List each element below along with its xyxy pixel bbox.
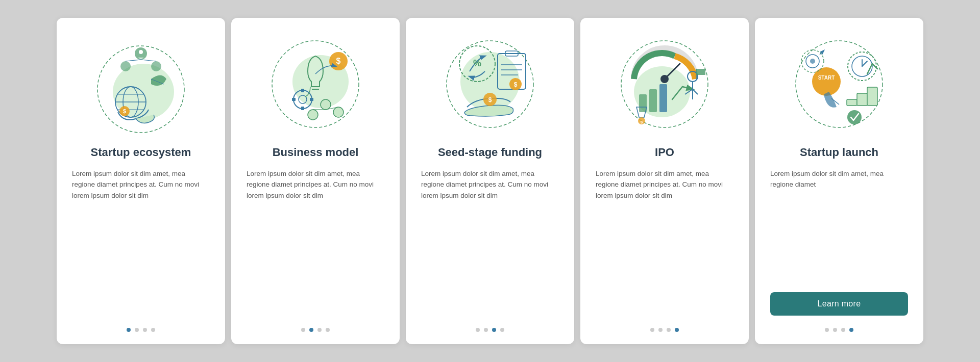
card-body-startup-ecosystem: Lorem ipsum dolor sit dim amet, mea regi… — [72, 168, 210, 318]
illustration-ipo: $ — [614, 33, 716, 135]
card-startup-launch: START — [755, 18, 923, 344]
card-body-business-model: Lorem ipsum dolor sit dim amet, mea regi… — [247, 168, 384, 318]
card-title-startup-ecosystem: Startup ecosystem — [91, 145, 191, 160]
svg-text:START: START — [818, 75, 835, 81]
dot-1 — [825, 328, 829, 332]
svg-point-75 — [847, 110, 862, 124]
svg-rect-54 — [659, 84, 667, 112]
dot-2 — [833, 328, 837, 332]
dot-1 — [650, 328, 654, 332]
svg-point-12 — [151, 61, 161, 71]
svg-text:$: $ — [641, 120, 643, 124]
svg-rect-53 — [649, 89, 657, 112]
svg-rect-73 — [857, 93, 867, 106]
dots-startup-ecosystem — [127, 328, 155, 332]
card-ipo: $ IPO Lorem ipsum dolor sit dim amet, me… — [580, 18, 749, 344]
card-title-seed-stage-funding: Seed-stage funding — [438, 145, 542, 160]
dot-1 — [127, 328, 131, 332]
svg-point-65 — [812, 67, 841, 96]
dot-4 — [151, 328, 155, 332]
svg-rect-25 — [310, 98, 313, 101]
illustration-startup-ecosystem: $ — [90, 33, 192, 135]
svg-rect-74 — [867, 87, 877, 106]
svg-text:$: $ — [336, 57, 341, 65]
dot-4 — [500, 328, 504, 332]
dot-4 — [849, 328, 853, 332]
dot-3 — [667, 328, 671, 332]
illustration-business-model: $ — [264, 33, 366, 135]
svg-line-79 — [820, 50, 824, 55]
card-body-ipo: Lorem ipsum dolor sit dim amet, mea regi… — [596, 168, 733, 318]
dot-4 — [326, 328, 330, 332]
card-seed-stage-funding: $ % $ Seed-stage funding Lorem ipsum do — [406, 18, 574, 344]
dot-2 — [658, 328, 663, 332]
cards-container: $ Startup ecosystem Lorem ipsum dolor si… — [36, 3, 944, 359]
svg-rect-22 — [301, 89, 304, 92]
card-business-model: $ Business model Lorem ipsum dolor sit d… — [231, 18, 400, 344]
svg-rect-24 — [292, 98, 296, 101]
svg-text:$: $ — [514, 81, 518, 88]
svg-rect-60 — [696, 69, 705, 75]
svg-line-70 — [862, 61, 867, 66]
dot-3 — [841, 328, 845, 332]
dots-business-model — [301, 328, 330, 332]
svg-point-30 — [308, 110, 318, 120]
dot-2 — [484, 328, 488, 332]
dot-4 — [675, 328, 679, 332]
dot-1 — [301, 328, 305, 332]
svg-text:$: $ — [123, 108, 126, 114]
dot-1 — [476, 328, 480, 332]
learn-more-button[interactable]: Learn more — [770, 292, 908, 316]
svg-line-14 — [141, 60, 156, 61]
dots-startup-launch — [825, 328, 853, 332]
svg-point-29 — [333, 107, 344, 117]
svg-text:%: % — [473, 58, 481, 68]
svg-point-78 — [810, 59, 815, 64]
svg-point-15 — [139, 50, 143, 54]
svg-text:$: $ — [488, 96, 492, 104]
svg-rect-23 — [301, 107, 304, 110]
illustration-seed-stage-funding: $ % $ — [439, 33, 541, 135]
svg-point-28 — [321, 99, 331, 110]
svg-point-11 — [120, 61, 131, 71]
svg-line-58 — [693, 89, 698, 94]
dots-ipo — [650, 328, 679, 332]
dots-seed-stage-funding — [476, 328, 504, 332]
card-title-business-model: Business model — [273, 145, 359, 160]
illustration-startup-launch: START — [788, 33, 890, 135]
svg-line-13 — [126, 60, 141, 61]
card-body-startup-launch: Lorem ipsum dolor sit dim amet, mea regi… — [770, 168, 908, 284]
dot-2 — [135, 328, 139, 332]
dot-2 — [309, 328, 313, 332]
card-body-seed-stage-funding: Lorem ipsum dolor sit dim amet, mea regi… — [421, 168, 559, 318]
svg-rect-72 — [847, 99, 857, 106]
dot-3 — [492, 328, 496, 332]
dot-3 — [143, 328, 147, 332]
card-title-startup-launch: Startup launch — [800, 145, 878, 160]
card-title-ipo: IPO — [655, 145, 674, 160]
card-startup-ecosystem: $ Startup ecosystem Lorem ipsum dolor si… — [57, 18, 225, 344]
dot-3 — [317, 328, 322, 332]
svg-rect-52 — [639, 94, 647, 112]
